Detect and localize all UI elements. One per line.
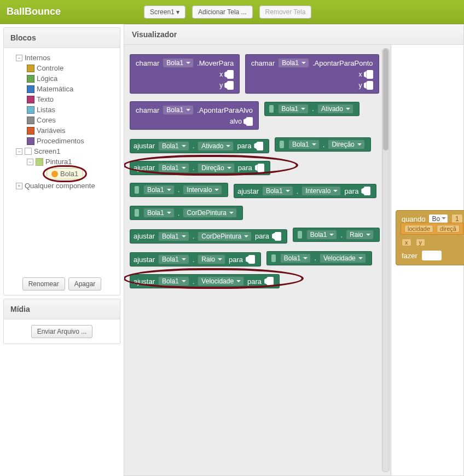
- block-set-ativado[interactable]: ajustar Bola1 . Ativado para: [130, 139, 269, 153]
- property-dropdown[interactable]: Direção: [328, 140, 364, 149]
- workspace-canvas[interactable]: quando Bo 1 .Arremessad x y fazer: [391, 45, 463, 475]
- component-dropdown[interactable]: Bola1: [278, 58, 309, 68]
- blocks-panel: Blocos − Internos Controle Lógica Matemá…: [3, 27, 120, 295]
- scrollbar-thumb[interactable]: [383, 49, 388, 150]
- block-get-ativado[interactable]: Bola1 . Ativado: [264, 102, 359, 116]
- block-set-intervalo[interactable]: ajustar Bola1 . Intervalo para: [234, 184, 376, 198]
- component-dropdown[interactable]: Bola1: [278, 104, 309, 114]
- component-dropdown[interactable]: Bola1: [158, 141, 189, 151]
- tree-procedures[interactable]: Procedimentos: [7, 136, 117, 146]
- canvas-icon: [36, 158, 43, 166]
- event-do: fazer: [402, 252, 417, 260]
- flyout-scrollbar[interactable]: [382, 48, 390, 472]
- event-block-arremessado[interactable]: quando Bo 1 .Arremessad x y fazer: [396, 210, 464, 265]
- tree-variables[interactable]: Variáveis: [7, 125, 117, 136]
- event-keyword: quando: [402, 215, 425, 223]
- event-do-slot[interactable]: [422, 251, 442, 260]
- property-dropdown[interactable]: Ativado: [198, 141, 234, 151]
- upload-file-button[interactable]: Enviar Arquivo ...: [31, 325, 93, 338]
- block-get-direcao[interactable]: Bola1 . Direção: [275, 137, 371, 152]
- collapse-icon[interactable]: −: [16, 55, 22, 61]
- block-call-apontarparaalvo[interactable]: chamar Bola1 .ApontarParaAlvo alvo: [130, 101, 259, 130]
- block-set-direcao[interactable]: ajustar Bola1 . Direção para: [130, 161, 270, 175]
- event-params-overflow[interactable]: locidade direçã: [401, 223, 463, 235]
- property-dropdown[interactable]: Direção: [198, 163, 234, 173]
- component-dropdown[interactable]: Bola1: [288, 140, 320, 149]
- add-screen-button[interactable]: Adicionar Tela ...: [192, 5, 253, 19]
- tree-any-component[interactable]: + Qualquer componente: [7, 181, 117, 191]
- block-call-moverpara[interactable]: chamar Bola1 .MoverPara x y: [130, 54, 240, 94]
- screen-dropdown[interactable]: Screen1 ▾: [144, 5, 185, 19]
- property-dropdown[interactable]: Ativado: [317, 104, 353, 114]
- tree-bola[interactable]: Bola1: [7, 167, 117, 181]
- screen-icon: [25, 148, 32, 155]
- property-dropdown[interactable]: Intervalo: [301, 186, 341, 196]
- app-header: BallBounce Screen1 ▾ Adicionar Tela ... …: [0, 0, 464, 24]
- block-get-cordepintura[interactable]: Bola1 . CorDePintura: [130, 206, 243, 220]
- tree-colors[interactable]: Cores: [7, 115, 117, 125]
- block-get-raio[interactable]: Bola1 . Raio: [293, 228, 380, 242]
- blocks-panel-title: Blocos: [4, 28, 120, 48]
- component-dropdown[interactable]: Bola1: [143, 208, 175, 218]
- param-y[interactable]: y: [416, 239, 426, 246]
- param-x[interactable]: x: [402, 239, 411, 246]
- block-get-velocidade[interactable]: Bola1 . Velocidade: [266, 251, 372, 265]
- block-call-apontarparaponto[interactable]: chamar Bola1 .ApontarParaPonto x y: [245, 54, 379, 94]
- param-direcao[interactable]: direçã: [437, 225, 460, 233]
- component-dropdown[interactable]: Bola1: [163, 105, 194, 115]
- expand-icon[interactable]: +: [16, 183, 22, 189]
- tree-control[interactable]: Controle: [7, 63, 117, 73]
- component-dropdown[interactable]: Bola1: [143, 185, 175, 195]
- viewer-panel-title: Visualizador: [124, 24, 464, 44]
- media-panel-title: Mídia: [4, 299, 120, 320]
- tree-lists[interactable]: Listas: [7, 105, 117, 115]
- tree-math[interactable]: Matemática: [7, 84, 117, 94]
- collapse-icon[interactable]: −: [16, 148, 22, 155]
- component-dropdown[interactable]: Bola1: [163, 58, 194, 68]
- property-dropdown[interactable]: Velocidade: [320, 253, 366, 263]
- tree-logic[interactable]: Lógica: [7, 73, 117, 84]
- rename-button[interactable]: Renomear: [22, 277, 65, 291]
- media-panel: Mídia Enviar Arquivo ...: [3, 299, 120, 344]
- component-dropdown[interactable]: Bola1: [306, 230, 338, 240]
- property-dropdown[interactable]: CorDePintura: [198, 231, 252, 241]
- collapse-icon[interactable]: −: [27, 159, 33, 165]
- param-velocidade[interactable]: locidade: [404, 225, 433, 233]
- component-dropdown[interactable]: Bola1: [280, 253, 311, 263]
- component-dropdown[interactable]: Bola1: [158, 163, 189, 173]
- component-dropdown[interactable]: Bola1: [158, 276, 189, 286]
- component-dropdown[interactable]: Bola1: [262, 186, 293, 196]
- tree-text[interactable]: Texto: [7, 94, 117, 105]
- block-flyout[interactable]: chamar Bola1 .MoverPara x y chamar Bola1…: [124, 45, 391, 475]
- tree-pintura[interactable]: − Pintura1: [7, 156, 117, 167]
- property-dropdown[interactable]: CorDePintura: [183, 208, 237, 218]
- property-dropdown[interactable]: Velocidade: [198, 276, 244, 286]
- property-dropdown[interactable]: Intervalo: [183, 185, 222, 195]
- remove-screen-button[interactable]: Remover Tela: [259, 5, 312, 19]
- tree-builtins[interactable]: − Internos: [7, 53, 117, 63]
- component-dropdown[interactable]: Bola1: [158, 231, 189, 241]
- tree-label: Internos: [25, 54, 50, 62]
- property-dropdown[interactable]: Raio: [198, 254, 225, 264]
- ball-icon: [51, 171, 58, 177]
- delete-button[interactable]: Apagar: [68, 277, 102, 291]
- block-set-velocidade[interactable]: ajustar Bola1 . Velocidade para: [130, 274, 280, 288]
- app-title: BallBounce: [7, 6, 61, 18]
- property-dropdown[interactable]: Raio: [346, 230, 374, 240]
- block-get-intervalo[interactable]: Bola1 . Intervalo: [130, 183, 228, 197]
- block-set-raio[interactable]: ajustar Bola1 . Raio para: [130, 252, 261, 266]
- tree-screen1[interactable]: − Screen1: [7, 146, 117, 156]
- component-dropdown[interactable]: Bola1: [158, 254, 189, 264]
- block-set-cordepintura[interactable]: ajustar Bola1 . CorDePintura para: [130, 229, 287, 243]
